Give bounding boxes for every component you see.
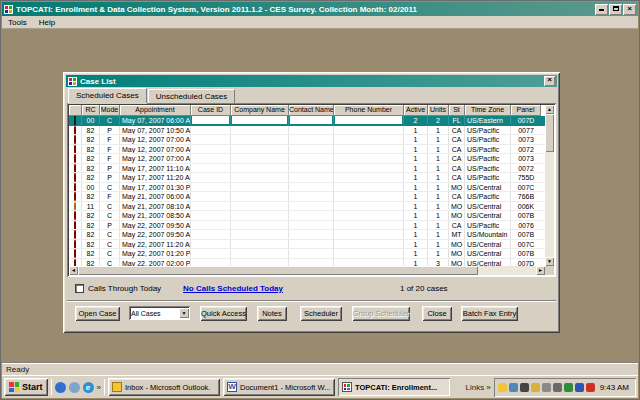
hscroll-thumb[interactable] [78, 266, 478, 275]
taskbar-task-outlook[interactable]: Inbox - Microsoft Outlook. [108, 378, 220, 396]
security-shield-icon[interactable] [575, 383, 584, 392]
redacted-cell-contact [289, 230, 334, 239]
redacted-cell-company [231, 126, 289, 135]
dialog-buttons: Open Case All Cases ▼ Quick Access Notes… [67, 305, 556, 321]
chevron-down-icon[interactable]: ▼ [179, 308, 189, 318]
minimize-button[interactable] [595, 4, 608, 15]
tab-unscheduled-cases[interactable]: Unscheduled Cases [148, 89, 236, 103]
table-row[interactable]: 82CMay 22, 2007 01:20 PM11MOUS/Central00… [69, 249, 545, 259]
menu-help[interactable]: Help [33, 17, 61, 28]
taskbar-task-word[interactable]: WDocument1 - Microsoft W... [223, 378, 335, 396]
calls-through-today-checkbox[interactable] [75, 284, 84, 293]
column-header-active[interactable]: Active [404, 105, 428, 116]
table-row[interactable]: 82CMay 22, 2007 11:20 AM11MOUS/Central00… [69, 240, 545, 250]
vertical-scrollbar[interactable]: ▲ ▼ [545, 105, 554, 266]
dialog-close-icon[interactable]: × [544, 76, 555, 86]
network-disconnected-icon[interactable] [542, 383, 551, 392]
cell-st: CA [449, 173, 465, 182]
cell-appointment: May 21, 2007 08:50 AM [120, 211, 191, 220]
scroll-right-icon[interactable]: ► [536, 266, 545, 275]
start-button[interactable]: Start [4, 378, 48, 396]
restore-button[interactable] [609, 4, 622, 15]
column-header-time-zone[interactable]: Time Zone [465, 105, 511, 116]
cell-units: 1 [428, 192, 449, 201]
table-row[interactable]: 82PMay 07, 2007 10:50 AM11CAUS/Pacific00… [69, 126, 545, 136]
column-header-status[interactable] [69, 105, 82, 116]
table-row[interactable]: 82CMay 21, 2007 08:50 AM11MOUS/Central00… [69, 211, 545, 221]
column-header-company-name[interactable]: Company Name [231, 105, 289, 116]
links-overflow-icon[interactable]: » [486, 383, 490, 392]
column-header-rc[interactable]: RC [82, 105, 100, 116]
column-header-phone-number[interactable]: Phone Number [334, 105, 404, 116]
open-case-button[interactable]: Open Case [75, 306, 120, 321]
cell-appointment: May 22, 2007 11:20 AM [120, 240, 191, 249]
table-row[interactable]: 00CMay 17, 2007 01:30 PM11MOUS/Central00… [69, 183, 545, 193]
table-row[interactable]: 82CMay 22, 2007 02:00 PM13MOUS/Central00… [69, 259, 545, 267]
volume-icon[interactable] [553, 383, 562, 392]
table-row[interactable]: 82FMay 12, 2007 07:00 AM11CAUS/Pacific00… [69, 145, 545, 155]
media-player-icon[interactable] [55, 382, 66, 393]
status-red-icon [69, 164, 82, 173]
table-row[interactable]: 82FMay 12, 2007 07:00 AM11CAUS/Pacific00… [69, 154, 545, 164]
updates-icon[interactable] [586, 383, 595, 392]
cell-mode: P [100, 173, 120, 182]
table-row[interactable]: 82FMay 21, 2007 06:00 AM11CAUS/Pacific76… [69, 192, 545, 202]
table-row[interactable]: 82CMay 22, 2007 09:50 AM11MTUS/Mountain0… [69, 230, 545, 240]
messenger-status-icon[interactable] [498, 383, 507, 392]
internet-explorer-icon[interactable]: e [83, 382, 94, 393]
menu-tools[interactable]: Tools [2, 17, 33, 28]
scroll-down-icon[interactable]: ▼ [545, 257, 554, 266]
column-header-panel[interactable]: Panel [511, 105, 541, 116]
table-row[interactable]: 82PMay 22, 2007 09:50 AM11CAUS/Pacific00… [69, 221, 545, 231]
no-calls-scheduled-link[interactable]: No Calls Scheduled Today [183, 284, 283, 293]
table-row[interactable]: 82PMay 17, 2007 11:20 AM11CAUS/Pacific75… [69, 173, 545, 183]
vscroll-thumb[interactable] [545, 114, 554, 152]
close-button[interactable]: × [623, 4, 636, 15]
taskbar-task-topcati[interactable]: TOPCATI: Enrollment... [338, 378, 450, 396]
column-header-case-id[interactable]: Case ID [191, 105, 231, 116]
phone-agent-icon[interactable] [520, 383, 529, 392]
cell-units: 1 [428, 183, 449, 192]
column-header-st[interactable]: St [449, 105, 465, 116]
notes-button[interactable]: Notes [257, 306, 287, 321]
status-red-icon [69, 192, 82, 201]
table-row[interactable]: 82PMay 17, 2007 11:10 AM11CAUS/Pacific00… [69, 164, 545, 174]
scroll-up-icon[interactable]: ▲ [545, 105, 554, 114]
antivirus-shield-icon[interactable] [564, 383, 573, 392]
redacted-cell-company [231, 135, 289, 144]
redacted-cell-company [231, 173, 289, 182]
table-row[interactable]: 82FMay 12, 2007 07:00 AM11CAUS/Pacific00… [69, 135, 545, 145]
display-settings-icon[interactable] [509, 383, 518, 392]
scheduler-button[interactable]: Scheduler [300, 306, 342, 321]
show-desktop-icon[interactable] [69, 382, 80, 393]
column-header-appointment[interactable]: Appointment [120, 105, 191, 116]
cell-appointment: May 22, 2007 02:00 PM [120, 259, 191, 267]
tab-scheduled-cases[interactable]: Scheduled Cases [68, 88, 147, 103]
quick-launch-overflow-icon[interactable]: » [97, 383, 101, 392]
cell-active: 2 [404, 116, 428, 125]
word-icon: W [227, 382, 237, 392]
quick-access-button[interactable]: Quick Access [200, 306, 247, 321]
cell-panel: 006K [511, 202, 541, 211]
case-filter-select[interactable]: All Cases ▼ [129, 306, 190, 320]
links-toolbar[interactable]: Links » [466, 383, 491, 392]
column-header-units[interactable]: Units [428, 105, 449, 116]
batch-fax-entry-button[interactable]: Batch Fax Entry [461, 306, 518, 321]
cell-active: 1 [404, 211, 428, 220]
hscroll-track[interactable] [478, 266, 536, 275]
cell-rc: 82 [82, 230, 100, 239]
column-header-mode[interactable]: Mode [100, 105, 120, 116]
cell-st: FL [449, 116, 465, 125]
cell-mode: C [100, 249, 120, 258]
scroll-left-icon[interactable]: ◄ [69, 266, 78, 275]
table-row[interactable]: 00CMay 07, 2007 06:00 AM22FLUS/Eastern00… [69, 116, 545, 126]
cell-rc: 82 [82, 221, 100, 230]
column-header-contact-name[interactable]: Contact Name [289, 105, 334, 116]
table-row[interactable]: 11CMay 21, 2007 08:10 AM11MOUS/Central00… [69, 202, 545, 212]
cell-panel: 0072 [511, 164, 541, 173]
close-dialog-button[interactable]: Close [422, 306, 452, 321]
cell-panel: 0072 [511, 145, 541, 154]
separator [67, 300, 556, 302]
horizontal-scrollbar[interactable]: ◄ ► [69, 266, 545, 275]
alert-error-icon[interactable] [531, 383, 540, 392]
